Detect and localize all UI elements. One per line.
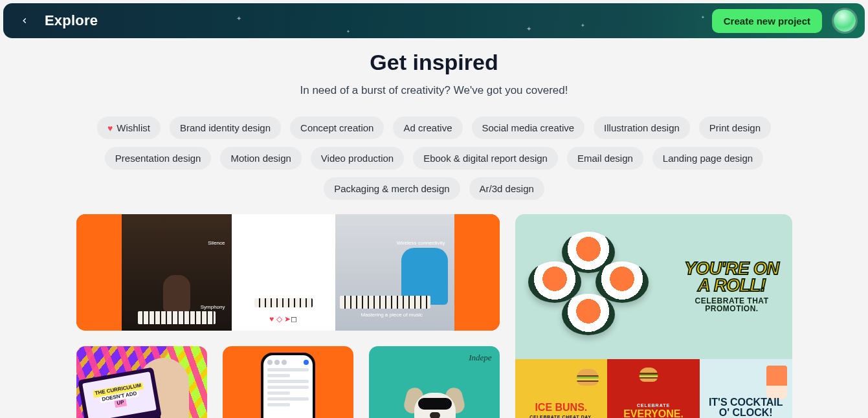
hero-title: Get inspired (0, 50, 868, 75)
hero-subtitle: In need of a burst of creativity? We've … (0, 84, 868, 97)
avatar[interactable] (834, 10, 856, 32)
filter-chip[interactable]: Email design (567, 147, 643, 170)
filter-chip[interactable]: Ebook & digital report design (413, 147, 558, 170)
filter-chip[interactable]: Motion design (220, 147, 301, 170)
page-title: Explore (45, 12, 98, 29)
filter-chip[interactable]: Concept creation (290, 116, 384, 139)
filter-chip[interactable]: Packaging & merch design (324, 177, 460, 200)
gallery-card-education[interactable]: THE CURRICULUM DOESN'T ADD UP 100,000 si… (76, 346, 207, 418)
chip-label: Brand identity design (180, 122, 271, 133)
filter-chip[interactable]: Video production (311, 147, 404, 170)
label: IT'S COCKTAIL (709, 397, 783, 408)
like-icon: ♥ ◇ ➤ (269, 314, 291, 324)
chip-label: Motion design (230, 153, 291, 164)
chip-label: Illustration design (604, 122, 680, 133)
filter-chip[interactable]: Ar/3d design (469, 177, 544, 200)
label: Mastering a piece of music (361, 312, 423, 318)
chip-label: Email design (577, 153, 633, 164)
label: Quality Sound (262, 259, 278, 271)
app-header: ✦ ✦ ✦ ✦ ✦ Explore Create new project (3, 3, 865, 38)
brand-label: Indepe (469, 353, 491, 363)
chip-label: Concept creation (300, 122, 373, 133)
chip-label: Ad creative (403, 122, 452, 133)
label: O' CLOCK! (719, 407, 773, 418)
gallery-card-piano[interactable]: Silence Symphony Quality time Quality So… (76, 214, 500, 331)
filter-chip[interactable]: Presentation design (105, 147, 212, 170)
heart-icon: ♥ (107, 123, 113, 133)
label: Wireless connectivity (397, 240, 445, 246)
filter-chip-row: ♥WishlistBrand identity designConcept cr… (76, 116, 792, 200)
gallery: Silence Symphony Quality time Quality So… (76, 214, 792, 418)
chip-label: Ebook & digital report design (423, 153, 548, 164)
food-headline: YOU'RE ON A ROLL! CELEBRATE THAT PROMOTI… (685, 261, 779, 313)
filter-chip[interactable]: Landing page design (652, 147, 763, 170)
chevron-left-icon (20, 16, 29, 25)
label: CELEBRATE (623, 403, 684, 408)
label: Quality time (289, 259, 305, 271)
label: Silence (208, 240, 225, 246)
chip-label: Print design (709, 122, 761, 133)
chip-label: Video production (321, 153, 394, 164)
chip-label: Wishlist (117, 122, 150, 133)
filter-chip[interactable]: Brand identity design (170, 116, 281, 139)
gallery-card-food[interactable]: YOU'RE ON A ROLL! CELEBRATE THAT PROMOTI… (515, 214, 792, 418)
label: UP (114, 399, 126, 408)
label: ICE BUNS. (535, 402, 587, 413)
label: Symphony (201, 304, 225, 310)
label: CELEBRATE CHEAT DAY. (529, 415, 592, 418)
filter-chip[interactable]: ♥Wishlist (97, 116, 161, 139)
hero: Get inspired In need of a burst of creat… (0, 38, 868, 102)
chip-label: Social media creative (482, 122, 575, 133)
filter-chip[interactable]: Illustration design (594, 116, 690, 139)
chip-label: Presentation design (115, 153, 201, 164)
create-project-button[interactable]: Create new project (712, 9, 822, 33)
chip-label: Ar/3d design (480, 183, 534, 194)
filter-chip[interactable]: Social media creative (472, 116, 585, 139)
bookmark-icon: ◻ (291, 314, 297, 324)
chip-label: Packaging & merch design (334, 183, 449, 194)
gallery-card-dog[interactable]: Indepe (369, 346, 500, 418)
filter-chip[interactable]: Ad creative (393, 116, 462, 139)
chip-label: Landing page design (663, 153, 753, 164)
filter-chip[interactable]: Print design (699, 116, 771, 139)
gallery-card-reddit[interactable] (223, 346, 353, 418)
label: EVERYONE. (623, 408, 684, 419)
back-button[interactable] (16, 12, 33, 29)
